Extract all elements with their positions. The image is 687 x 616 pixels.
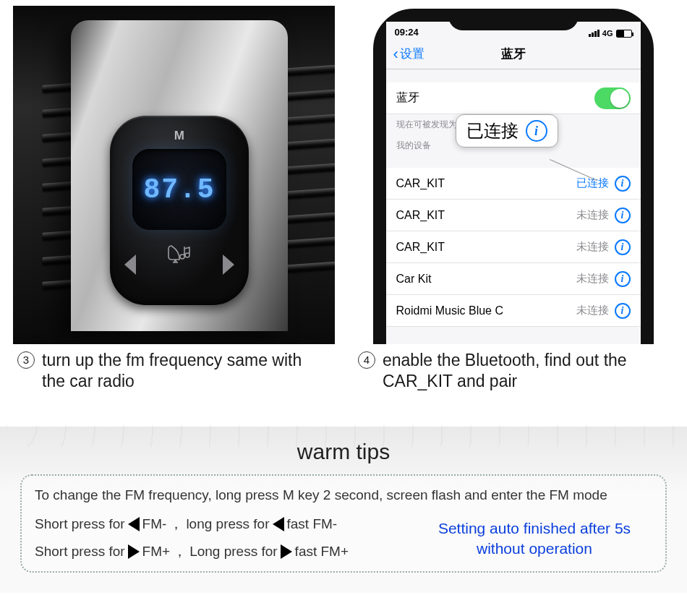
warm-tips-title: warm tips bbox=[20, 440, 667, 464]
caption-3: 3 turn up the fm frequency same with the… bbox=[17, 350, 329, 392]
device-row[interactable]: CAR_KIT 未连接 i bbox=[386, 200, 641, 231]
lcd-screen: 87.5 bbox=[132, 149, 226, 230]
info-icon[interactable]: i bbox=[615, 176, 631, 192]
nav-title: 蓝牙 bbox=[501, 46, 526, 62]
device-status: 未连接 bbox=[576, 272, 609, 286]
connected-callout: 已连接 i bbox=[456, 114, 558, 147]
caption-text: enable the Bluetooth, find out the CAR_K… bbox=[383, 350, 670, 392]
triangle-right-icon bbox=[128, 544, 140, 559]
chevron-left-icon: ‹ bbox=[393, 45, 398, 64]
device-status: 未连接 bbox=[576, 208, 609, 222]
nav-back-label: 设置 bbox=[400, 46, 424, 62]
device-status: 未连接 bbox=[576, 240, 609, 254]
device-row[interactable]: Roidmi Music Blue C 未连接 i bbox=[386, 295, 641, 327]
device-name: CAR_KIT bbox=[396, 177, 445, 190]
device-list: CAR_KIT 已连接 i CAR_KIT 未连接 i bbox=[386, 168, 641, 327]
device-row[interactable]: CAR_KIT 已连接 i bbox=[386, 168, 641, 200]
bluetooth-toggle-cell[interactable]: 蓝牙 bbox=[386, 82, 641, 114]
tip-line-1: To change the FM frequency, long press M… bbox=[35, 487, 652, 503]
triangle-left-icon bbox=[273, 517, 284, 531]
iphone-notch bbox=[448, 9, 579, 30]
info-icon[interactable]: i bbox=[615, 208, 631, 223]
captions-row: 3 turn up the fm frequency same with the… bbox=[0, 344, 687, 392]
fm-frequency: 87.5 bbox=[143, 174, 215, 205]
device-photo: M 87.5 bbox=[13, 6, 335, 344]
info-icon[interactable]: i bbox=[615, 303, 631, 319]
warm-tips-section: warm tips To change the FM frequency, lo… bbox=[0, 427, 687, 593]
phone-music-icon bbox=[167, 244, 192, 263]
device-shell: M 87.5 bbox=[71, 20, 288, 331]
caption-text: turn up the fm frequency same with the c… bbox=[42, 350, 329, 392]
device-status: 未连接 bbox=[576, 304, 609, 317]
device-name: Roidmi Music Blue C bbox=[396, 304, 503, 317]
status-time: 09:24 bbox=[395, 27, 419, 38]
signal-icon bbox=[589, 30, 599, 37]
step-number: 3 bbox=[17, 351, 35, 369]
device-face: M 87.5 bbox=[110, 116, 249, 305]
battery-icon bbox=[616, 30, 632, 38]
device-row[interactable]: CAR_KIT 未连接 i bbox=[386, 231, 641, 263]
phone-photo: 09:24 4G ‹ 设置 蓝牙 蓝牙 bbox=[352, 6, 674, 344]
next-arrow-icon bbox=[223, 254, 234, 275]
bluetooth-toggle[interactable] bbox=[594, 87, 631, 109]
device-name: CAR_KIT bbox=[396, 241, 445, 254]
triangle-left-icon bbox=[128, 517, 140, 531]
iphone-screen: 09:24 4G ‹ 设置 蓝牙 蓝牙 bbox=[386, 22, 641, 344]
network-label: 4G bbox=[602, 29, 613, 38]
auto-finish-note: Setting auto finished after 5s without o… bbox=[415, 518, 654, 560]
mode-button-label: M bbox=[174, 129, 185, 143]
bluetooth-toggle-group: 蓝牙 bbox=[386, 82, 641, 114]
info-icon: i bbox=[526, 120, 547, 142]
caption-4: 4 enable the Bluetooth, find out the CAR… bbox=[358, 350, 670, 392]
device-row[interactable]: Car Kit 未连接 i bbox=[386, 263, 641, 295]
nav-back-button[interactable]: ‹ 设置 bbox=[393, 45, 424, 64]
step-number: 4 bbox=[358, 351, 375, 369]
device-name: CAR_KIT bbox=[396, 209, 445, 222]
info-icon[interactable]: i bbox=[615, 239, 631, 255]
device-name: Car Kit bbox=[396, 273, 432, 286]
bluetooth-label: 蓝牙 bbox=[396, 90, 419, 106]
triangle-right-icon bbox=[281, 544, 292, 559]
callout-text: 已连接 bbox=[466, 119, 519, 142]
nav-bar: ‹ 设置 蓝牙 bbox=[386, 39, 641, 69]
prev-arrow-icon bbox=[124, 254, 136, 275]
top-row: M 87.5 09:24 4G bbox=[0, 6, 687, 344]
info-icon[interactable]: i bbox=[615, 271, 631, 287]
